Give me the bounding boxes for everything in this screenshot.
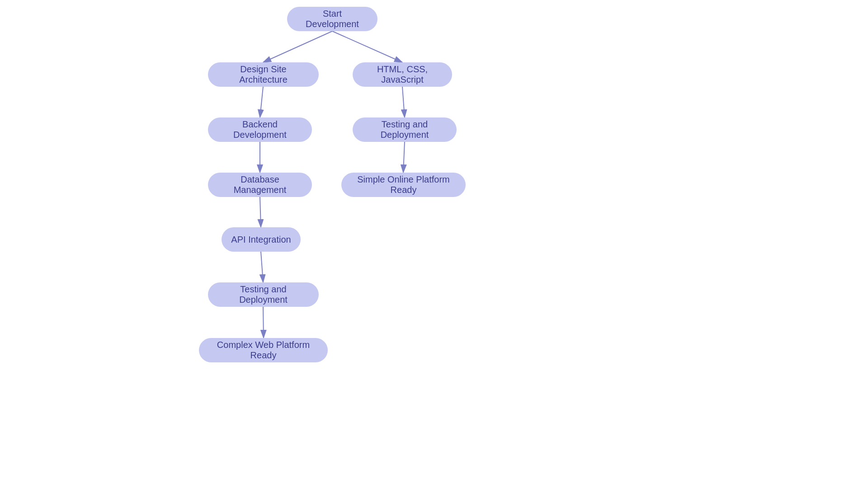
svg-line-5 — [403, 142, 405, 173]
node-start: Start Development — [287, 7, 377, 31]
node-testing-right: Testing and Deployment — [353, 117, 457, 142]
svg-line-1 — [332, 31, 402, 62]
svg-line-6 — [260, 197, 261, 227]
diagram-container: Start Development Design Site Architectu… — [0, 0, 868, 488]
node-backend: Backend Development — [208, 117, 312, 142]
svg-line-7 — [261, 252, 263, 282]
node-database: Database Management — [208, 173, 312, 197]
node-testing-left: Testing and Deployment — [208, 282, 319, 307]
node-api: API Integration — [222, 227, 301, 252]
svg-line-8 — [263, 307, 264, 338]
node-design: Design Site Architecture — [208, 62, 319, 87]
node-html: HTML, CSS, JavaScript — [353, 62, 452, 87]
node-simple: Simple Online Platform Ready — [341, 173, 466, 197]
svg-line-3 — [402, 87, 405, 117]
node-complex: Complex Web Platform Ready — [199, 338, 328, 362]
svg-line-0 — [263, 31, 332, 62]
svg-line-2 — [260, 87, 263, 117]
